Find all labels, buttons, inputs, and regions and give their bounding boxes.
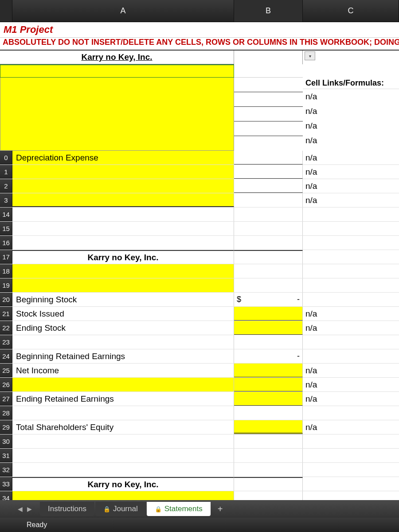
cell-a-yellow[interactable] [12,193,234,207]
cell-b[interactable] [234,250,303,264]
cell-b[interactable] [234,434,303,448]
cell-a-yellow[interactable] [12,378,234,391]
cell-a[interactable] [12,236,234,250]
cell-a[interactable] [12,335,234,349]
tab-statements[interactable]: 🔒 Statements [147,502,211,516]
cell-a-yellow[interactable] [12,179,234,193]
row-header[interactable]: 20 [0,293,12,306]
tab-statements-label: Statements [164,505,203,513]
cell-b[interactable] [234,236,303,250]
cell-b[interactable] [234,193,303,207]
row-header[interactable]: 0 [0,151,12,164]
cell-b[interactable] [234,264,303,278]
cell-b-yellow[interactable] [234,392,303,406]
cell-a[interactable] [12,463,234,477]
row-header[interactable]: 26 [0,378,12,391]
cell-beg-retained-earnings[interactable]: Beginning Retained Earnings [12,349,234,363]
tab-instructions[interactable]: Instructions [40,502,94,516]
row-header[interactable]: 17 [0,250,12,264]
cell-a[interactable] [12,222,234,235]
cell-b-yellow[interactable] [234,321,303,335]
cell-b[interactable] [234,335,303,349]
cell-c[interactable] [303,293,399,306]
cell-b[interactable] [234,449,303,462]
cell-ending-stock[interactable]: Ending Stock [12,321,234,335]
row-header[interactable]: 21 [0,307,12,321]
cell-b[interactable] [234,207,303,221]
cell-b-dollar[interactable]: $- [234,293,303,306]
cell-c[interactable] [303,406,399,420]
cell-b-dash[interactable]: - [234,349,303,363]
cell-b-yellow[interactable] [234,307,303,321]
cell-c[interactable] [303,264,399,278]
cell-net-income[interactable]: Net Income [12,364,234,377]
row-header[interactable]: 19 [0,278,12,292]
cell-a-yellow[interactable] [12,165,234,179]
row-header[interactable]: 32 [0,463,12,477]
cell-beginning-stock[interactable]: Beginning Stock [12,293,234,306]
filter-dropdown-icon[interactable]: ▾ [305,51,315,60]
row-header[interactable]: 29 [0,420,12,434]
row-header[interactable]: 15 [0,222,12,235]
cell-c[interactable] [303,250,399,264]
col-header-a[interactable]: A [12,0,234,22]
row-header[interactable]: 23 [0,335,12,349]
tab-nav-prev-icon[interactable]: ◀ [18,505,23,512]
row-header[interactable]: 14 [0,207,12,221]
cell-b[interactable] [234,463,303,477]
cell-c[interactable] [303,463,399,477]
cell-a[interactable] [12,207,234,221]
cell-c[interactable] [303,236,399,250]
row-header[interactable]: 1 [0,165,12,179]
col-header-c[interactable]: C [303,0,399,22]
row-header[interactable]: 24 [0,349,12,363]
tab-nav-next-icon[interactable]: ▶ [27,505,32,512]
selected-yellow-cell[interactable] [0,64,234,78]
cell-a-yellow[interactable] [12,278,234,292]
row-header[interactable]: 2 [0,179,12,193]
cell-stock-issued[interactable]: Stock Issued [12,307,234,321]
cell-c[interactable] [303,222,399,235]
cell-b[interactable] [234,278,303,292]
row-header[interactable]: 31 [0,449,12,462]
cell-b[interactable] [234,179,303,193]
cell-b[interactable] [234,477,303,491]
cell-c[interactable] [303,449,399,462]
add-sheet-button[interactable]: + [211,501,229,517]
cell-a-yellow[interactable] [12,264,234,278]
row-header[interactable]: 33 [0,477,12,491]
na-text: n/a [303,104,399,118]
cell-b-yellow[interactable] [234,420,303,434]
na-text: n/a [303,321,399,335]
cell-b[interactable] [234,165,303,179]
row-header[interactable]: 22 [0,321,12,335]
cell-total-shareholders-equity[interactable]: Total Shareholders' Equity [12,420,234,434]
row-header[interactable]: 28 [0,406,12,420]
cell-b[interactable] [234,406,303,420]
cell-c[interactable] [303,434,399,448]
row-header[interactable]: 18 [0,264,12,278]
cell-a[interactable] [12,406,234,420]
cell-b[interactable] [234,222,303,235]
tab-journal[interactable]: 🔒 Journal [95,502,146,516]
cell-b-yellow[interactable] [234,378,303,391]
cell-a[interactable] [12,449,234,462]
cell-c[interactable] [303,335,399,349]
cell-ending-retained-earnings[interactable]: Ending Retained Earnings [12,392,234,406]
yellow-block-upper[interactable] [0,78,234,151]
cell-a[interactable] [12,434,234,448]
cell-depreciation-expense[interactable]: Depreciation Expense [12,151,234,164]
warning-text: ABSOLUTELY DO NOT INSERT/DELETE ANY CELL… [0,38,399,50]
row-header[interactable]: 30 [0,434,12,448]
cell-c[interactable] [303,349,399,363]
row-header[interactable]: 3 [0,193,12,207]
row-header[interactable]: 16 [0,236,12,250]
col-header-b[interactable]: B [234,0,303,22]
cell-c[interactable] [303,278,399,292]
row-header[interactable]: 25 [0,364,12,377]
cell-c[interactable] [303,477,399,491]
cell-b-yellow[interactable] [234,364,303,377]
cell-b[interactable] [234,151,303,164]
cell-c[interactable] [303,207,399,221]
row-header[interactable]: 27 [0,392,12,406]
